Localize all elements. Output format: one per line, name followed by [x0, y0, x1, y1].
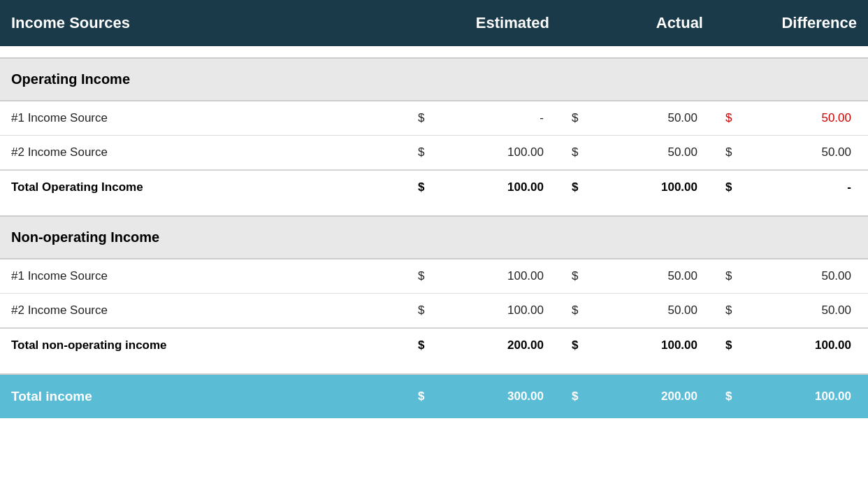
operating-row-2-est-val: 100.00 — [433, 145, 549, 159]
nonoperating-total-act-val: 100.00 — [587, 338, 703, 352]
nonoperating-income-title: Non-operating Income — [0, 217, 407, 258]
nonoperating-row-2: #2 Income Source $ 100.00 $ 50.00 $ 50.0… — [0, 294, 868, 328]
nonoperating-total-diff-val: 100.00 — [741, 338, 857, 352]
nonoperating-row-2-diff: $ 50.00 — [714, 294, 868, 327]
operating-total-diff-sym: $ — [725, 180, 741, 194]
nonoperating-row-2-diff-sym: $ — [725, 303, 741, 317]
operating-row-2-label: #2 Income Source — [0, 136, 407, 169]
nonoperating-row-1-est-val: 100.00 — [433, 269, 549, 283]
operating-row-2: #2 Income Source $ 100.00 $ 50.00 $ 50.0… — [0, 136, 868, 170]
operating-row-2-diff-val: 50.00 — [741, 145, 857, 159]
operating-income-title: Operating Income — [0, 59, 407, 100]
nonoperating-income-section-header: Non-operating Income — [0, 217, 868, 258]
nonoperating-row-2-est: $ 100.00 — [407, 294, 560, 327]
grand-total-diff-val: 100.00 — [741, 390, 857, 403]
operating-total-diff-val: - — [741, 180, 857, 194]
operating-row-1-act-sym: $ — [572, 111, 587, 125]
nonoperating-total-diff: $ 100.00 — [714, 329, 868, 362]
nonoperating-row-2-est-val: 100.00 — [433, 303, 549, 317]
header-actual: Actual — [560, 0, 714, 46]
nonoperating-total-act: $ 100.00 — [560, 329, 714, 362]
nonoperating-row-1-label: #1 Income Source — [0, 259, 407, 293]
operating-total-act-val: 100.00 — [587, 180, 703, 194]
nonoperating-row-2-diff-val: 50.00 — [741, 303, 857, 317]
operating-row-1: #1 Income Source $ - $ 50.00 $ 50.00 — [0, 101, 868, 136]
nonoperating-row-1-est: $ 100.00 — [407, 259, 560, 293]
operating-row-1-est-val: - — [433, 111, 549, 125]
grand-total-act-sym: $ — [572, 390, 587, 403]
income-table: Income Sources Estimated Actual Differen… — [0, 0, 868, 418]
header-difference: Difference — [714, 0, 868, 46]
operating-total-est-sym: $ — [418, 180, 433, 194]
table-header: Income Sources Estimated Actual Differen… — [0, 0, 868, 46]
grand-total-label: Total income — [0, 375, 407, 418]
operating-total-act-sym: $ — [572, 180, 587, 194]
nonoperating-row-1-est-sym: $ — [418, 269, 433, 283]
nonoperating-total-est-sym: $ — [418, 338, 433, 352]
nonoperating-row-1-act-sym: $ — [572, 269, 587, 283]
nonoperating-row-1-diff-sym: $ — [725, 269, 741, 283]
grand-total-est-val: 300.00 — [433, 390, 549, 403]
nonoperating-total-row: Total non-operating income $ 200.00 $ 10… — [0, 328, 868, 362]
spacer-1 — [0, 46, 868, 57]
grand-total-est-sym: $ — [418, 390, 433, 403]
nonoperating-row-2-act-val: 50.00 — [587, 303, 703, 317]
nonoperating-total-diff-sym: $ — [725, 338, 741, 352]
operating-row-2-est-sym: $ — [418, 145, 433, 159]
operating-row-1-est-sym: $ — [418, 111, 433, 125]
spacer-2 — [0, 204, 868, 215]
operating-total-est: $ 100.00 — [407, 171, 560, 204]
nonoperating-total-act-sym: $ — [572, 338, 587, 352]
operating-row-1-act: $ 50.00 — [560, 101, 714, 135]
nonoperating-row-2-act: $ 50.00 — [560, 294, 714, 327]
operating-row-2-est: $ 100.00 — [407, 136, 560, 169]
grand-total-est: $ 300.00 — [407, 375, 560, 418]
operating-income-section-header: Operating Income — [0, 59, 868, 100]
operating-row-1-label: #1 Income Source — [0, 101, 407, 135]
operating-row-2-diff: $ 50.00 — [714, 136, 868, 169]
header-income-sources: Income Sources — [0, 0, 407, 46]
operating-total-label: Total Operating Income — [0, 171, 407, 204]
nonoperating-row-1-act: $ 50.00 — [560, 259, 714, 293]
grand-total-row: Total income $ 300.00 $ 200.00 $ 100.00 — [0, 375, 868, 418]
spacer-3 — [0, 362, 868, 373]
nonoperating-total-est-val: 200.00 — [433, 338, 549, 352]
operating-row-1-diff-sym: $ — [725, 111, 741, 125]
header-estimated: Estimated — [407, 0, 560, 46]
nonoperating-row-1-act-val: 50.00 — [587, 269, 703, 283]
operating-total-row: Total Operating Income $ 100.00 $ 100.00… — [0, 170, 868, 204]
operating-total-act: $ 100.00 — [560, 171, 714, 204]
operating-row-1-diff: $ 50.00 — [714, 101, 868, 135]
nonoperating-total-label: Total non-operating income — [0, 329, 407, 362]
nonoperating-row-1-diff: $ 50.00 — [714, 259, 868, 293]
grand-total-act-val: 200.00 — [587, 390, 703, 403]
operating-total-est-val: 100.00 — [433, 180, 549, 194]
nonoperating-row-2-est-sym: $ — [418, 303, 433, 317]
operating-row-2-act-val: 50.00 — [587, 145, 703, 159]
operating-row-1-act-val: 50.00 — [587, 111, 703, 125]
operating-row-2-diff-sym: $ — [725, 145, 741, 159]
nonoperating-row-2-label: #2 Income Source — [0, 294, 407, 327]
grand-total-act: $ 200.00 — [560, 375, 714, 418]
nonoperating-row-1-diff-val: 50.00 — [741, 269, 857, 283]
operating-row-2-act-sym: $ — [572, 145, 587, 159]
operating-row-2-act: $ 50.00 — [560, 136, 714, 169]
grand-total-diff: $ 100.00 — [714, 375, 868, 418]
nonoperating-total-est: $ 200.00 — [407, 329, 560, 362]
operating-row-1-diff-val: 50.00 — [741, 111, 857, 125]
operating-total-diff: $ - — [714, 171, 868, 204]
grand-total-diff-sym: $ — [725, 390, 741, 403]
operating-row-1-est: $ - — [407, 101, 560, 135]
nonoperating-row-1: #1 Income Source $ 100.00 $ 50.00 $ 50.0… — [0, 259, 868, 294]
nonoperating-row-2-act-sym: $ — [572, 303, 587, 317]
